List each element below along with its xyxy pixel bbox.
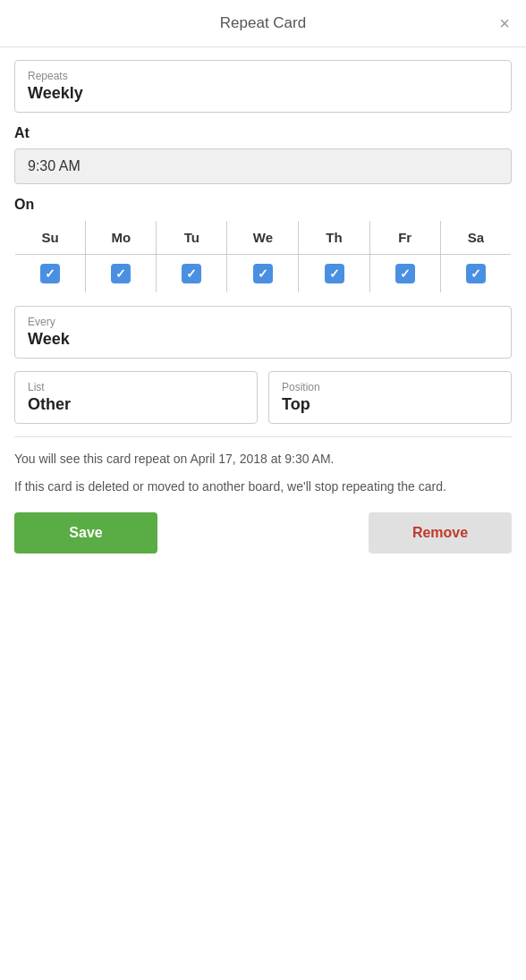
checkbox-sa[interactable] (440, 255, 511, 293)
modal-container: Repeat Card × Repeats Weekly At 9:30 AM … (0, 0, 526, 566)
action-row: Save Remove (14, 512, 512, 553)
checkbox-mo[interactable] (86, 255, 157, 293)
day-th: Th (299, 221, 369, 255)
save-button[interactable]: Save (14, 512, 157, 553)
modal-header: Repeat Card × (0, 0, 526, 47)
time-input[interactable]: 9:30 AM (14, 148, 512, 184)
days-table: Su Mo Tu We Th Fr Sa (14, 220, 512, 293)
on-label: On (14, 197, 512, 213)
every-value: Week (28, 330, 498, 349)
day-we: We (227, 221, 299, 255)
day-mo: Mo (86, 221, 157, 255)
checkbox-we[interactable] (227, 255, 299, 293)
info-text-2: If this card is deleted or moved to anot… (14, 477, 512, 496)
day-tu: Tu (157, 221, 227, 255)
position-value: Top (282, 395, 498, 414)
days-checkbox-row (15, 255, 512, 293)
position-dropdown[interactable]: Position Top (268, 371, 512, 424)
day-fr: Fr (369, 221, 440, 255)
checkbox-fr[interactable] (369, 255, 440, 293)
time-value: 9:30 AM (28, 158, 81, 173)
list-label: List (28, 381, 244, 393)
checkbox-su[interactable] (15, 255, 86, 293)
at-label: At (14, 125, 512, 141)
list-position-row: List Other Position Top (14, 371, 512, 424)
checkbox-tu[interactable] (157, 255, 227, 293)
day-sa: Sa (440, 221, 511, 255)
checkbox-th[interactable] (299, 255, 369, 293)
divider (14, 436, 512, 437)
days-section: Su Mo Tu We Th Fr Sa (14, 220, 512, 293)
repeats-dropdown[interactable]: Repeats Weekly (14, 60, 512, 113)
repeats-label: Repeats (28, 70, 498, 82)
close-button[interactable]: × (499, 14, 510, 32)
every-dropdown[interactable]: Every Week (14, 306, 512, 359)
list-dropdown[interactable]: List Other (14, 371, 258, 424)
remove-button[interactable]: Remove (369, 512, 512, 553)
modal-body: Repeats Weekly At 9:30 AM On Su Mo Tu We… (0, 47, 526, 566)
info-text-1: You will see this card repeat on April 1… (14, 450, 512, 469)
modal-title: Repeat Card (220, 14, 306, 32)
days-header-row: Su Mo Tu We Th Fr Sa (15, 221, 512, 255)
position-label: Position (282, 381, 498, 393)
every-label: Every (28, 316, 498, 328)
day-su: Su (15, 221, 86, 255)
repeats-value: Weekly (28, 84, 498, 103)
list-value: Other (28, 395, 244, 414)
